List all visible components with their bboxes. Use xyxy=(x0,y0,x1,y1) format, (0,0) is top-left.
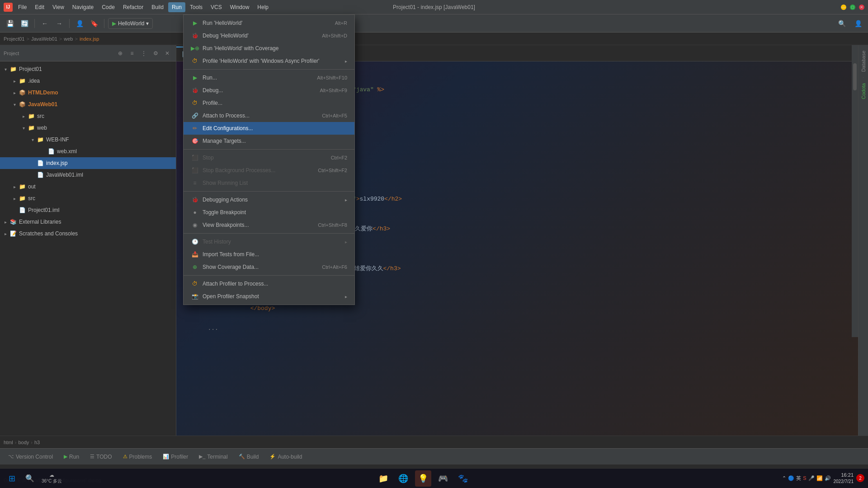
menu-open-snapshot[interactable]: 📸 Open Profiler Snapshot ▸ xyxy=(184,290,354,303)
menu-code[interactable]: Code xyxy=(98,2,118,12)
tray-network-icon[interactable]: 🔵 xyxy=(788,475,794,481)
notification-badge[interactable]: 2 xyxy=(856,474,864,482)
breadcrumb-item-module[interactable]: JavaWeb01 xyxy=(31,36,57,42)
run-config-selector[interactable]: ▶ HelloWorld ▾ xyxy=(108,18,153,29)
git-button[interactable]: 👤 xyxy=(73,17,86,30)
search-button[interactable]: 🔍 xyxy=(22,470,38,487)
taskbar-edge[interactable]: 🌐 xyxy=(395,470,411,487)
menu-vcs[interactable]: VCS xyxy=(207,2,226,12)
menu-import-tests[interactable]: 📥 Import Tests from File... xyxy=(184,248,354,261)
breadcrumb-item-folder[interactable]: web xyxy=(64,36,73,42)
path-item-body[interactable]: body xyxy=(18,440,29,445)
todo-tab[interactable]: ☰ TODO xyxy=(85,452,116,462)
scrollbar-thumb[interactable] xyxy=(853,63,857,90)
menu-refactor[interactable]: Refactor xyxy=(119,2,147,12)
path-item-html[interactable]: html xyxy=(4,440,13,445)
tray-expand-icon[interactable]: ⌃ xyxy=(782,475,786,481)
project-collapse-button[interactable]: ≡ xyxy=(127,48,137,58)
debug-helloworld-icon: 🐞 xyxy=(191,32,199,40)
tray-lang-icon[interactable]: 英 xyxy=(796,475,801,482)
path-item-h3[interactable]: h3 xyxy=(34,440,40,445)
minimize-button[interactable]: — xyxy=(841,5,846,10)
tree-item-extlibs[interactable]: ▸ 📚 External Libraries xyxy=(0,216,176,228)
folder-icon-web: 📁 xyxy=(27,124,35,132)
project-close-button[interactable]: ✕ xyxy=(162,48,172,58)
tree-item-webinf[interactable]: ▾ 📁 WEB-INF xyxy=(0,134,176,145)
menu-manage-targets[interactable]: 🎯 Manage Targets... xyxy=(184,135,354,147)
version-control-tab[interactable]: ⌥ Version Control xyxy=(4,452,57,462)
database-panel-tab[interactable]: Database xyxy=(859,47,868,75)
terminal-tab[interactable]: ▶_ Terminal xyxy=(194,452,232,462)
menu-edit-configs[interactable]: ✏ Edit Configurations... xyxy=(184,122,354,135)
menu-run-coverage[interactable]: ▶⊕ Run 'HelloWorld' with Coverage xyxy=(184,42,354,55)
taskbar-idea[interactable]: 💡 xyxy=(415,470,431,487)
save-all-button[interactable]: 💾 xyxy=(4,17,16,30)
tree-item-project01[interactable]: ▾ 📁 Project01 xyxy=(0,63,176,75)
tree-item-src2[interactable]: ▸ 📁 src xyxy=(0,192,176,204)
menu-show-coverage[interactable]: ⊕ Show Coverage Data... Ctrl+Alt+F6 xyxy=(184,261,354,273)
profile-helloworld-icon: ⏱ xyxy=(191,57,199,65)
close-button[interactable]: ✕ xyxy=(859,5,864,10)
search-everywhere-button[interactable]: 🔍 xyxy=(835,17,848,30)
build-tab[interactable]: 🔨 Build xyxy=(234,452,264,462)
menu-run-helloworld[interactable]: ▶ Run 'HelloWorld' Alt+R xyxy=(184,17,354,29)
tree-item-indexjsp[interactable]: 📄 index.jsp xyxy=(0,157,176,169)
tree-item-javaweb01iml[interactable]: 📄 JavaWeb01.iml xyxy=(0,169,176,181)
menu-attach-process[interactable]: 🔗 Attach to Process... Ctrl+Alt+F5 xyxy=(184,109,354,122)
clock[interactable]: 16:21 2022/7/21 xyxy=(834,472,854,485)
editor-scrollbar[interactable] xyxy=(852,45,858,337)
menu-toggle-bp[interactable]: ● Toggle Breakpoint xyxy=(184,206,354,219)
tree-item-project01iml[interactable]: 📄 Project01.iml xyxy=(0,204,176,216)
taskbar-app2[interactable]: 🐾 xyxy=(455,470,471,487)
menu-view[interactable]: View xyxy=(49,2,68,12)
tree-item-out[interactable]: ▸ 📁 out xyxy=(0,181,176,192)
tree-item-javaweb01[interactable]: ▾ 📦 JavaWeb01 xyxy=(0,99,176,110)
profiler-tab[interactable]: 📊 Profiler xyxy=(158,452,193,462)
tray-mic-icon[interactable]: 🎤 xyxy=(808,475,815,481)
menu-window[interactable]: Window xyxy=(226,2,253,12)
tray-wifi-icon[interactable]: 📶 xyxy=(816,475,823,481)
project-settings-button[interactable]: ⚙ xyxy=(151,48,160,58)
tray-volume-icon[interactable]: 🔊 xyxy=(825,475,831,481)
menu-debug-helloworld[interactable]: 🐞 Debug 'HelloWorld' Alt+Shift+D xyxy=(184,29,354,42)
project-pin-button[interactable]: ⋮ xyxy=(139,48,149,58)
tree-item-idea[interactable]: ▸ 📁 .idea xyxy=(0,75,176,87)
taskbar-file-manager[interactable]: 📁 xyxy=(375,470,392,487)
tree-item-src[interactable]: ▸ 📁 src xyxy=(0,110,176,122)
start-button[interactable]: ⊞ xyxy=(4,470,20,487)
user-button[interactable]: 👤 xyxy=(852,17,864,30)
menu-profile-helloworld[interactable]: ⏱ Profile 'HelloWorld' with 'Windows Asy… xyxy=(184,55,354,67)
tray-ime-icon[interactable]: S xyxy=(803,475,806,481)
menu-file[interactable]: File xyxy=(14,2,30,12)
tree-item-scratches[interactable]: ▸ 📝 Scratches and Consoles xyxy=(0,228,176,239)
tree-item-web[interactable]: ▾ 📁 web xyxy=(0,122,176,134)
menu-debug-dots[interactable]: 🐞 Debug... Alt+Shift+F9 xyxy=(184,84,354,97)
tree-item-htmldemo[interactable]: ▸ 📦 HTMLDemo xyxy=(0,87,176,99)
menu-help[interactable]: Help xyxy=(254,2,272,12)
menu-view-bp[interactable]: ◉ View Breakpoints... Ctrl+Shift+F8 xyxy=(184,219,354,231)
codota-panel-tab[interactable]: Codota xyxy=(859,80,868,103)
forward-button[interactable]: → xyxy=(53,17,66,30)
menu-run-dots[interactable]: ▶ Run... Alt+Shift+F10 xyxy=(184,71,354,84)
menu-profile-dots[interactable]: ⏱ Profile... xyxy=(184,97,354,109)
menu-tools[interactable]: Tools xyxy=(186,2,206,12)
breadcrumb-item-project[interactable]: Project01 xyxy=(4,36,24,42)
run-tab[interactable]: ▶ Run xyxy=(59,452,84,462)
problems-tab[interactable]: ⚠ Problems xyxy=(118,452,157,462)
menu-attach-profiler[interactable]: ⏱ Attach Profiler to Process... xyxy=(184,277,354,290)
weather-widget[interactable]: ☁ 36°C 多云 xyxy=(40,471,64,485)
auto-build-tab[interactable]: ⚡ Auto-build xyxy=(265,452,307,462)
back-button[interactable]: ← xyxy=(38,17,51,30)
menu-navigate[interactable]: Navigate xyxy=(69,2,97,12)
menu-run[interactable]: Run xyxy=(168,2,185,12)
project-scope-button[interactable]: ⊕ xyxy=(115,48,125,58)
vcs-button[interactable]: 🔖 xyxy=(88,17,100,30)
sync-button[interactable]: 🔄 xyxy=(18,17,31,30)
menu-debug-actions[interactable]: 🐞 Debugging Actions ▸ xyxy=(184,193,354,206)
menu-build[interactable]: Build xyxy=(148,2,167,12)
taskbar-app1[interactable]: 🎮 xyxy=(435,470,451,487)
maximize-button[interactable]: □ xyxy=(850,5,855,10)
menu-edit[interactable]: Edit xyxy=(31,2,48,12)
breadcrumb-item-file[interactable]: index.jsp xyxy=(80,36,99,42)
tree-item-webxml[interactable]: 📄 web.xml xyxy=(0,145,176,157)
